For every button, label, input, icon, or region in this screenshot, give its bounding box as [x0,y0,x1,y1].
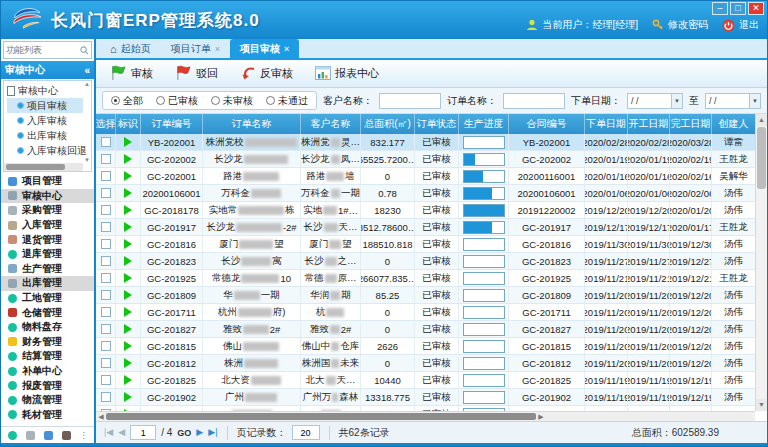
radio-全部[interactable]: 全部 [111,94,143,108]
scroll-right-icon[interactable]: ▶ [536,413,546,421]
module-shortcut-icon[interactable] [8,431,17,440]
row-checkbox[interactable] [101,324,111,334]
page-number-input[interactable] [130,425,156,440]
scroll-down-icon[interactable]: ▼ [756,399,767,411]
row-checkbox[interactable] [101,154,111,164]
sidebar-item-报废管理[interactable]: 报废管理 [1,378,94,393]
sidebar-item-仓储管理[interactable]: 仓储管理 [1,305,94,320]
column-header-订单编号[interactable]: 订单编号 [141,114,203,134]
doc-shortcut-icon[interactable] [44,431,53,440]
table-row[interactable]: GC-201825北大资北大天…10440已审核GC-2018252019/11… [96,372,767,389]
row-checkbox[interactable] [101,137,111,147]
order-date-to-input[interactable]: / /▼ [705,93,761,109]
tree-horizontal-scrollbar[interactable] [4,163,83,171]
toolbar-button-审核[interactable]: 审核 [106,62,157,85]
overflow-dots-icon[interactable]: ⋮ [80,431,88,440]
table-row[interactable]: GC-201711杭州府)杭0已审核GC-2017112019/11/20201… [96,304,767,321]
sidebar-item-工地管理[interactable]: 工地管理 [1,291,94,306]
table-row[interactable]: GC-201815佛山佛山中仓库2626已审核GC-2018152019/11/… [96,338,767,355]
table-row[interactable]: YB-202001株洲党校株洲党灵…832.177已审核YB-202001202… [96,134,767,151]
column-header-标识[interactable]: 标识 [116,114,141,134]
radio-已审核[interactable]: 已审核 [156,94,198,108]
tree-root-node[interactable]: 审核中心 [7,83,83,98]
row-checkbox[interactable] [101,341,111,351]
chevron-down-icon[interactable]: ▼ [749,94,760,108]
logout-button[interactable]: 退出 [722,18,759,32]
scroll-left-icon[interactable]: ◀ [96,413,106,421]
table-row[interactable]: GC-201827雅致2#雅致2#0已审核GC-2018272019/11/20… [96,321,767,338]
prev-page-button[interactable]: ◀ [118,428,125,437]
table-row[interactable]: GC-202002长沙龙长沙龙凤…65525.7200…已审核GC-202002… [96,151,767,168]
row-checkbox[interactable] [101,171,111,181]
collapse-icon[interactable]: « [84,65,90,76]
row-checkbox[interactable] [101,222,111,232]
sidebar-item-物流管理[interactable]: 物流管理 [1,393,94,408]
row-checkbox[interactable] [101,290,111,300]
cart-shortcut-icon[interactable] [26,431,35,440]
table-row[interactable]: GC-201809华一期华润期85.25已审核GC-2018092019/11/… [96,287,767,304]
column-header-客户名称[interactable]: 客户名称 [301,114,361,134]
sidebar-item-入库管理[interactable]: 入库管理 [1,218,94,233]
order-name-input[interactable] [503,93,565,109]
maximize-button[interactable]: □ [730,2,746,15]
sidebar-item-出库管理[interactable]: 出库管理 [1,276,94,291]
close-tab-icon[interactable]: × [284,44,289,54]
column-header-生产进度[interactable]: 生产进度 [459,114,509,134]
column-header-订单状态[interactable]: 订单状态 [415,114,459,134]
sidebar-item-补单中心[interactable]: 补单中心 [1,364,94,379]
column-header-下单日期[interactable]: 下单日期 [585,114,628,134]
table-row[interactable]: 20200106001万科金万科金一期0.78已审核20200106001202… [96,185,767,202]
tree-item-入库审核回退[interactable]: 入库审核回退 [7,143,83,158]
tab-起始页[interactable]: ⌂起始页 [100,39,161,58]
row-checkbox[interactable] [101,392,111,402]
sidebar-item-结算管理[interactable]: 结算管理 [1,349,94,364]
tree-vertical-scrollbar[interactable]: ▲▼ [83,81,91,163]
sidebar-item-生产管理[interactable]: 生产管理 [1,262,94,277]
sidebar-item-审核中心[interactable]: 审核中心 [1,189,94,204]
row-checkbox[interactable] [101,273,111,283]
table-row[interactable]: GC-202001路港路港墙0已审核202001160012020/01/162… [96,168,767,185]
tree-item-入库审核[interactable]: 入库审核 [7,113,83,128]
close-button[interactable]: ✕ [748,2,764,15]
row-checkbox[interactable] [101,307,111,317]
person-shortcut-icon[interactable] [62,431,71,440]
column-header-开工日期[interactable]: 开工日期 [628,114,670,134]
column-header-订单名称[interactable]: 订单名称 [203,114,301,134]
sidebar-item-项目管理[interactable]: 项目管理 [1,174,94,189]
tree-item-项目审核[interactable]: 项目审核 [7,98,83,113]
column-header-合同编号[interactable]: 合同编号 [509,114,585,134]
next-page-button[interactable]: ▶ [196,428,203,437]
column-header-创建人[interactable]: 创建人 [712,114,756,134]
column-header-选择[interactable]: 选择 [96,114,116,134]
table-row[interactable]: GC-201925常德龙10常德原…266077.835…已审核GC-20192… [96,270,767,287]
sidebar-item-退库管理[interactable]: 退库管理 [1,247,94,262]
minimize-button[interactable]: – [712,2,728,15]
sidebar-item-采购管理[interactable]: 采购管理 [1,203,94,218]
table-row[interactable]: GC-201917长沙龙-2#长沙天…8512.78600…已审核GC-2019… [96,219,767,236]
row-checkbox[interactable] [101,205,111,215]
chevron-down-icon[interactable]: ▼ [671,94,682,108]
grid-vertical-scrollbar[interactable]: ▲ ▼ [755,114,767,411]
first-page-button[interactable]: |◀ [104,428,113,437]
change-password-button[interactable]: 修改密码 [652,18,708,32]
table-row[interactable]: GC-201812株洲株洲国未来0已审核GC-2018122019/11/202… [96,355,767,372]
table-row[interactable]: GC-201816厦门望厦门望188510.818已审核GC-201816201… [96,236,767,253]
scroll-up-icon[interactable]: ▲ [756,114,767,126]
page-size-input[interactable] [292,425,320,440]
toolbar-button-反审核[interactable]: 反审核 [236,64,297,84]
row-checkbox[interactable] [101,256,111,266]
close-tab-icon[interactable]: × [215,44,220,54]
vscroll-thumb[interactable] [757,127,766,189]
grid-horizontal-scrollbar[interactable]: ◀ ▶ [96,411,755,421]
sidebar-item-退货管理[interactable]: 退货管理 [1,232,94,247]
hscroll-thumb[interactable] [106,413,536,420]
row-checkbox[interactable] [101,358,111,368]
go-button[interactable]: GO [177,428,191,438]
order-date-from-input[interactable]: / /▼ [627,93,683,109]
row-checkbox[interactable] [101,375,111,385]
function-search-input[interactable] [6,45,80,55]
toolbar-button-驳回[interactable]: 驳回 [171,62,222,85]
row-checkbox[interactable] [101,239,111,249]
toolbar-button-报表中心[interactable]: 报表中心 [311,64,383,84]
table-row[interactable]: GC-201902广州广州万森林13318.775已审核GC-201902201… [96,389,767,406]
